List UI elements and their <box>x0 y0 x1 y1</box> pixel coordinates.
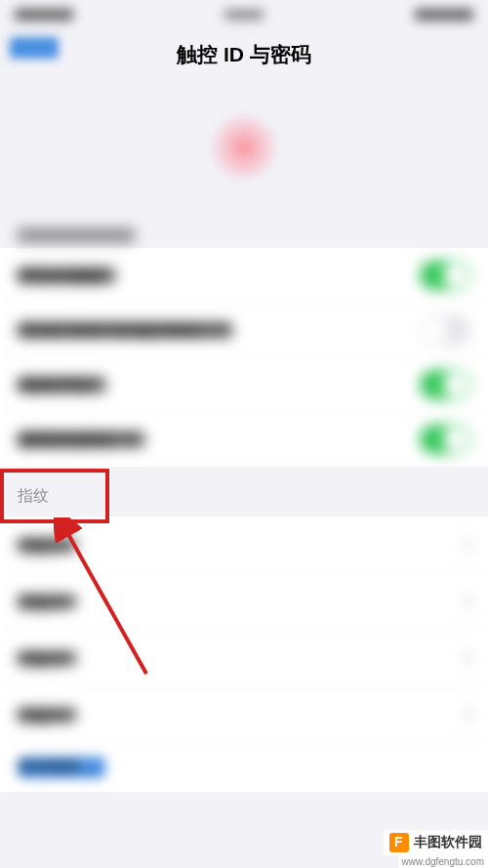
row-label: iPhone 解锁 <box>18 268 115 283</box>
fingerprint-icon <box>210 113 278 182</box>
uses-section-header <box>0 211 488 248</box>
spacer <box>0 792 488 811</box>
uses-list: iPhone 解锁 iTunes Store 与 App Store Apple… <box>0 248 488 467</box>
row-label: iTunes Store 与 App Store <box>18 322 232 338</box>
add-fingerprint-button[interactable]: 添加指纹… <box>0 743 488 792</box>
fingerprint-label: 手指 3 <box>18 651 76 665</box>
row-label: 密码自动填充 <box>18 432 144 447</box>
fingerprint-row[interactable]: 手指 4 <box>0 686 488 743</box>
fingerprint-label: 手指 4 <box>18 708 76 722</box>
row-apple-pay[interactable]: Apple Pay <box>0 357 488 412</box>
watermark: 丰图软件园 www.dgfengtu.com <box>384 830 488 868</box>
chevron-right-icon <box>457 706 473 723</box>
row-label: Apple Pay <box>18 377 105 393</box>
row-iphone-unlock[interactable]: iPhone 解锁 <box>0 248 488 303</box>
chevron-right-icon <box>457 536 473 553</box>
fingerprint-row[interactable]: 手指 1 <box>0 517 488 573</box>
page-title: 触控 ID 与密码 <box>0 29 488 84</box>
touchid-hero <box>0 84 488 211</box>
fingerprint-label: 手指 1 <box>18 538 76 552</box>
row-itunes-appstore[interactable]: iTunes Store 与 App Store <box>0 303 488 357</box>
watermark-url: www.dgfengtu.com <box>398 855 489 868</box>
watermark-logo-icon <box>389 833 409 852</box>
status-battery <box>415 9 473 21</box>
fingerprint-row[interactable]: 手指 2 <box>0 573 488 630</box>
fingerprint-section-header: 指纹 <box>0 467 488 517</box>
status-bar <box>0 0 488 29</box>
chevron-right-icon <box>457 649 473 666</box>
status-time <box>15 9 73 21</box>
toggle-switch[interactable] <box>420 370 470 399</box>
add-fingerprint-label: 添加指纹… <box>18 757 105 778</box>
status-carrier <box>224 10 264 20</box>
fingerprint-row[interactable]: 手指 3 <box>0 630 488 686</box>
row-password-autofill[interactable]: 密码自动填充 <box>0 412 488 467</box>
toggle-switch[interactable] <box>420 261 470 290</box>
toggle-switch[interactable] <box>420 315 470 345</box>
toggle-switch[interactable] <box>420 425 470 454</box>
fingerprint-label: 手指 2 <box>18 595 76 608</box>
back-button[interactable] <box>10 37 59 59</box>
fingerprint-list: 手指 1 手指 2 手指 3 手指 4 添加指纹… <box>0 517 488 792</box>
watermark-brand: 丰图软件园 <box>414 834 482 851</box>
chevron-right-icon <box>457 593 473 609</box>
